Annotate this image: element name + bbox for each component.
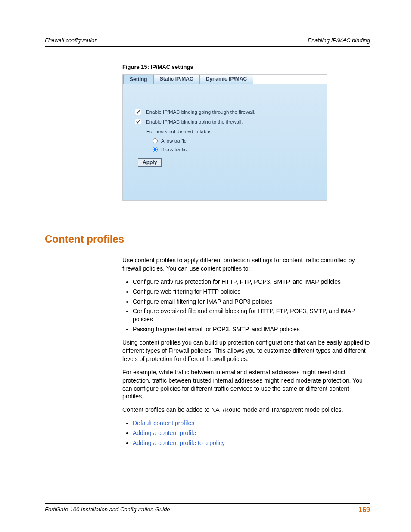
list-item: Configure email filtering for IMAP and P… — [133, 298, 370, 306]
radio-block-traffic[interactable] — [153, 147, 158, 152]
link-adding-content-profile[interactable]: Adding a content profile — [133, 429, 196, 436]
list-item: Adding a content profile — [133, 429, 370, 437]
tab-static-ipmac[interactable]: Static IP/MAC — [154, 75, 200, 84]
header-left: Firewall configuration — [45, 37, 98, 44]
label-allow-traffic: Allow traffic. — [161, 138, 188, 143]
section-heading-content-profiles: Content profiles — [45, 233, 370, 245]
list-item: Configure web filtering for HTTP policie… — [133, 288, 370, 296]
config-list: Configure antivirus protection for HTTP,… — [122, 278, 370, 333]
label-block-traffic: Block traffic. — [161, 147, 188, 152]
tab-dynamic-ipmac[interactable]: Dynamic IP/MAC — [200, 75, 253, 84]
tab-bar: Setting Static IP/MAC Dynamic IP/MAC — [123, 75, 327, 84]
paragraph: Content profiles can be added to NAT/Rou… — [122, 406, 370, 414]
paragraph: For example, while traffic between inter… — [122, 368, 370, 401]
radio-allow-traffic[interactable] — [153, 138, 158, 143]
checkbox-enable-through[interactable] — [135, 109, 141, 115]
list-item: Configure antivirus protection for HTTP,… — [133, 278, 370, 286]
label-enable-through: Enable IP/MAC binding going through the … — [146, 109, 255, 115]
list-item: Default content profiles — [133, 419, 370, 427]
page-number: 169 — [358, 506, 370, 514]
page-footer: FortiGate-100 Installation and Configura… — [45, 503, 370, 514]
content-body: Use content profiles to apply different … — [122, 256, 370, 447]
apply-button[interactable]: Apply — [138, 158, 162, 167]
checkbox-enable-to[interactable] — [135, 119, 141, 124]
settings-panel: Enable IP/MAC binding going through the … — [123, 84, 327, 200]
link-default-content-profiles[interactable]: Default content profiles — [133, 420, 194, 426]
list-item: Adding a content profile to a policy — [133, 439, 370, 447]
footer-guide-title: FortiGate-100 Installation and Configura… — [45, 506, 170, 514]
link-adding-content-profile-policy[interactable]: Adding a content profile to a policy — [133, 439, 225, 446]
tab-setting[interactable]: Setting — [123, 75, 154, 84]
paragraph: Use content profiles to apply different … — [122, 256, 370, 273]
label-undefined-hosts: For hosts not defined in table: — [146, 129, 319, 134]
page-header: Firewall configuration Enabling IP/MAC b… — [45, 37, 370, 47]
label-enable-to: Enable IP/MAC binding going to the firew… — [146, 119, 243, 124]
header-right: Enabling IP/MAC binding — [308, 37, 370, 44]
list-item: Configure oversized file and email block… — [133, 307, 370, 324]
link-list: Default content profiles Adding a conten… — [122, 419, 370, 447]
figure-caption: Figure 15: IP/MAC settings — [122, 64, 370, 70]
paragraph: Using content profiles you can build up … — [122, 339, 370, 363]
list-item: Passing fragmented email for POP3, SMTP,… — [133, 325, 370, 333]
figure-ipmac-settings: Setting Static IP/MAC Dynamic IP/MAC Ena… — [122, 74, 327, 201]
